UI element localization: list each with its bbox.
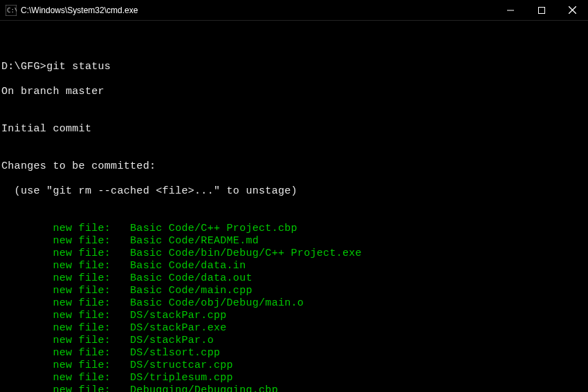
file-status-label: new file: bbox=[1, 322, 130, 334]
svg-rect-3 bbox=[538, 7, 544, 13]
staged-file-row: new file: DS/stackPar.exe bbox=[1, 322, 587, 335]
file-status-label: new file: bbox=[1, 272, 130, 284]
staged-file-row: new file: DS/structcar.cpp bbox=[1, 360, 587, 372]
file-status-label: new file: bbox=[1, 285, 130, 297]
prompt: D:\GFG> bbox=[1, 61, 46, 73]
titlebar: C:\ C:\Windows\System32\cmd.exe bbox=[0, 0, 588, 21]
staged-files-list: new file: Basic Code/C++ Project.cbp new… bbox=[1, 223, 587, 392]
staged-file-row: new file: Basic Code/main.cpp bbox=[1, 285, 587, 297]
window-title: C:\Windows\System32\cmd.exe bbox=[21, 6, 495, 15]
staged-file-row: new file: Basic Code/data.in bbox=[1, 260, 587, 272]
staged-file-row: new file: DS/stlsort.cpp bbox=[1, 347, 587, 360]
staged-file-row: new file: DS/triplesum.cpp bbox=[1, 372, 587, 384]
file-status-label: new file: bbox=[1, 223, 130, 234]
file-path: Debugging/Debugging.cbp bbox=[130, 384, 278, 392]
maximize-button[interactable] bbox=[526, 0, 557, 20]
file-path: DS/stackPar.exe bbox=[130, 322, 227, 334]
blank-line bbox=[1, 36, 587, 48]
prompt-line: D:\GFG>git status bbox=[1, 61, 587, 73]
file-path: DS/stlsort.cpp bbox=[130, 347, 220, 359]
staged-file-row: new file: Basic Code/data.out bbox=[1, 272, 587, 285]
staged-file-row: new file: Debugging/Debugging.cbp bbox=[1, 384, 587, 392]
staged-file-row: new file: DS/stackPar.cpp bbox=[1, 310, 587, 322]
file-path: Basic Code/README.md bbox=[130, 235, 259, 247]
svg-text:C:\: C:\ bbox=[7, 7, 17, 14]
file-status-label: new file: bbox=[1, 248, 130, 259]
file-path: Basic Code/main.cpp bbox=[130, 285, 252, 297]
staged-file-row: new file: Basic Code/C++ Project.cbp bbox=[1, 223, 587, 235]
file-status-label: new file: bbox=[1, 235, 130, 247]
file-path: Basic Code/C++ Project.cbp bbox=[130, 223, 297, 234]
staged-file-row: new file: Basic Code/obj/Debug/main.o bbox=[1, 297, 587, 310]
staged-file-row: new file: Basic Code/bin/Debug/C++ Proje… bbox=[1, 248, 587, 260]
changes-header: Changes to be committed: bbox=[1, 160, 587, 173]
file-status-label: new file: bbox=[1, 384, 130, 392]
staged-file-row: new file: DS/stackPar.o bbox=[1, 335, 587, 347]
command: git status bbox=[46, 61, 111, 73]
file-path: Basic Code/data.in bbox=[130, 260, 246, 272]
file-path: Basic Code/obj/Debug/main.o bbox=[130, 297, 304, 309]
file-path: DS/triplesum.cpp bbox=[130, 372, 233, 384]
initial-commit-line: Initial commit bbox=[1, 123, 587, 136]
unstage-hint: (use "git rm --cached <file>..." to unst… bbox=[1, 185, 587, 198]
file-status-label: new file: bbox=[1, 360, 130, 371]
file-status-label: new file: bbox=[1, 347, 130, 359]
cmd-icon: C:\ bbox=[6, 5, 17, 16]
close-button[interactable] bbox=[557, 0, 588, 20]
staged-file-row: new file: Basic Code/README.md bbox=[1, 235, 587, 248]
file-path: DS/stackPar.o bbox=[130, 335, 214, 346]
file-status-label: new file: bbox=[1, 310, 130, 321]
file-path: Basic Code/bin/Debug/C++ Project.exe bbox=[130, 248, 362, 259]
file-path: DS/structcar.cpp bbox=[130, 360, 233, 371]
branch-line: On branch master bbox=[1, 86, 587, 98]
file-status-label: new file: bbox=[1, 297, 130, 309]
window-controls bbox=[495, 0, 588, 20]
file-status-label: new file: bbox=[1, 260, 130, 272]
terminal-output[interactable]: D:\GFG>git status On branch master Initi… bbox=[0, 21, 588, 392]
file-path: DS/stackPar.cpp bbox=[130, 310, 227, 321]
file-status-label: new file: bbox=[1, 335, 130, 346]
minimize-button[interactable] bbox=[495, 0, 526, 20]
file-status-label: new file: bbox=[1, 372, 130, 384]
file-path: Basic Code/data.out bbox=[130, 272, 252, 284]
